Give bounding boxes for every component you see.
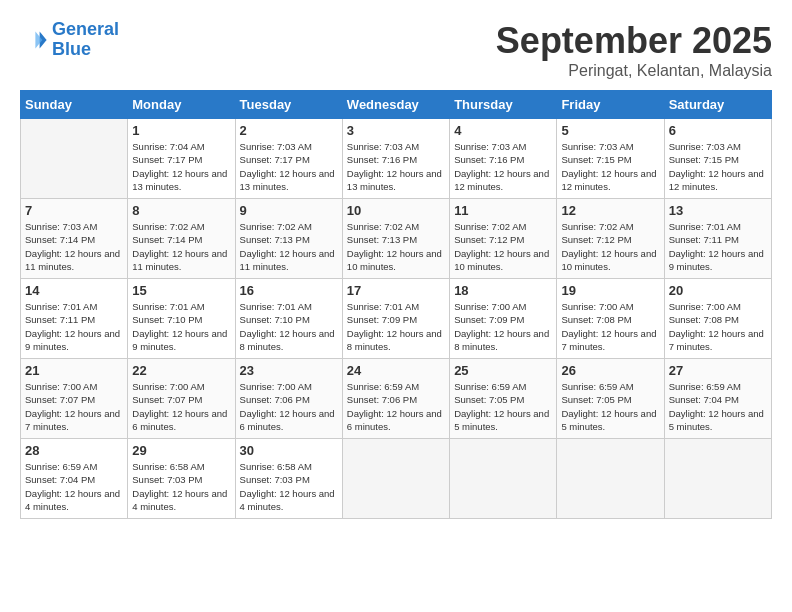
day-info: Sunrise: 6:59 AMSunset: 7:05 PMDaylight:… (454, 380, 552, 433)
calendar-cell: 3Sunrise: 7:03 AMSunset: 7:16 PMDaylight… (342, 119, 449, 199)
calendar-cell: 25Sunrise: 6:59 AMSunset: 7:05 PMDayligh… (450, 359, 557, 439)
day-info: Sunrise: 7:00 AMSunset: 7:08 PMDaylight:… (561, 300, 659, 353)
calendar-cell: 2Sunrise: 7:03 AMSunset: 7:17 PMDaylight… (235, 119, 342, 199)
calendar-cell: 7Sunrise: 7:03 AMSunset: 7:14 PMDaylight… (21, 199, 128, 279)
day-number: 1 (132, 123, 230, 138)
day-info: Sunrise: 7:02 AMSunset: 7:14 PMDaylight:… (132, 220, 230, 273)
day-number: 19 (561, 283, 659, 298)
day-number: 18 (454, 283, 552, 298)
calendar-week-3: 14Sunrise: 7:01 AMSunset: 7:11 PMDayligh… (21, 279, 772, 359)
day-number: 16 (240, 283, 338, 298)
calendar-cell: 16Sunrise: 7:01 AMSunset: 7:10 PMDayligh… (235, 279, 342, 359)
calendar-cell: 6Sunrise: 7:03 AMSunset: 7:15 PMDaylight… (664, 119, 771, 199)
day-info: Sunrise: 7:01 AMSunset: 7:09 PMDaylight:… (347, 300, 445, 353)
day-info: Sunrise: 7:00 AMSunset: 7:08 PMDaylight:… (669, 300, 767, 353)
day-number: 5 (561, 123, 659, 138)
day-info: Sunrise: 6:58 AMSunset: 7:03 PMDaylight:… (240, 460, 338, 513)
day-info: Sunrise: 7:03 AMSunset: 7:16 PMDaylight:… (347, 140, 445, 193)
day-info: Sunrise: 7:01 AMSunset: 7:10 PMDaylight:… (132, 300, 230, 353)
day-number: 14 (25, 283, 123, 298)
calendar-cell: 13Sunrise: 7:01 AMSunset: 7:11 PMDayligh… (664, 199, 771, 279)
logo: General Blue (20, 20, 119, 60)
day-number: 17 (347, 283, 445, 298)
column-header-tuesday: Tuesday (235, 91, 342, 119)
day-number: 3 (347, 123, 445, 138)
day-number: 23 (240, 363, 338, 378)
day-number: 25 (454, 363, 552, 378)
calendar-cell: 26Sunrise: 6:59 AMSunset: 7:05 PMDayligh… (557, 359, 664, 439)
logo-text: General Blue (52, 20, 119, 60)
day-number: 13 (669, 203, 767, 218)
calendar-cell: 17Sunrise: 7:01 AMSunset: 7:09 PMDayligh… (342, 279, 449, 359)
day-info: Sunrise: 7:02 AMSunset: 7:13 PMDaylight:… (240, 220, 338, 273)
calendar-cell: 28Sunrise: 6:59 AMSunset: 7:04 PMDayligh… (21, 439, 128, 519)
day-info: Sunrise: 7:02 AMSunset: 7:12 PMDaylight:… (454, 220, 552, 273)
day-number: 4 (454, 123, 552, 138)
calendar-cell: 30Sunrise: 6:58 AMSunset: 7:03 PMDayligh… (235, 439, 342, 519)
day-number: 8 (132, 203, 230, 218)
calendar-cell (664, 439, 771, 519)
day-info: Sunrise: 7:01 AMSunset: 7:10 PMDaylight:… (240, 300, 338, 353)
calendar-cell: 27Sunrise: 6:59 AMSunset: 7:04 PMDayligh… (664, 359, 771, 439)
logo-icon (20, 26, 48, 54)
day-number: 29 (132, 443, 230, 458)
calendar-cell (342, 439, 449, 519)
day-info: Sunrise: 7:01 AMSunset: 7:11 PMDaylight:… (25, 300, 123, 353)
calendar-cell: 22Sunrise: 7:00 AMSunset: 7:07 PMDayligh… (128, 359, 235, 439)
calendar-cell: 5Sunrise: 7:03 AMSunset: 7:15 PMDaylight… (557, 119, 664, 199)
calendar-header-row: SundayMondayTuesdayWednesdayThursdayFrid… (21, 91, 772, 119)
calendar-cell: 15Sunrise: 7:01 AMSunset: 7:10 PMDayligh… (128, 279, 235, 359)
column-header-friday: Friday (557, 91, 664, 119)
column-header-thursday: Thursday (450, 91, 557, 119)
day-info: Sunrise: 6:59 AMSunset: 7:06 PMDaylight:… (347, 380, 445, 433)
calendar-cell (450, 439, 557, 519)
calendar-cell: 11Sunrise: 7:02 AMSunset: 7:12 PMDayligh… (450, 199, 557, 279)
day-info: Sunrise: 7:04 AMSunset: 7:17 PMDaylight:… (132, 140, 230, 193)
calendar-table: SundayMondayTuesdayWednesdayThursdayFrid… (20, 90, 772, 519)
day-number: 15 (132, 283, 230, 298)
day-info: Sunrise: 7:00 AMSunset: 7:09 PMDaylight:… (454, 300, 552, 353)
day-info: Sunrise: 7:00 AMSunset: 7:07 PMDaylight:… (132, 380, 230, 433)
day-number: 24 (347, 363, 445, 378)
calendar-cell: 1Sunrise: 7:04 AMSunset: 7:17 PMDaylight… (128, 119, 235, 199)
column-header-wednesday: Wednesday (342, 91, 449, 119)
day-number: 12 (561, 203, 659, 218)
calendar-week-4: 21Sunrise: 7:00 AMSunset: 7:07 PMDayligh… (21, 359, 772, 439)
day-number: 6 (669, 123, 767, 138)
calendar-week-2: 7Sunrise: 7:03 AMSunset: 7:14 PMDaylight… (21, 199, 772, 279)
day-number: 21 (25, 363, 123, 378)
day-info: Sunrise: 7:01 AMSunset: 7:11 PMDaylight:… (669, 220, 767, 273)
calendar-cell: 24Sunrise: 6:59 AMSunset: 7:06 PMDayligh… (342, 359, 449, 439)
day-number: 2 (240, 123, 338, 138)
calendar-week-1: 1Sunrise: 7:04 AMSunset: 7:17 PMDaylight… (21, 119, 772, 199)
calendar-cell: 20Sunrise: 7:00 AMSunset: 7:08 PMDayligh… (664, 279, 771, 359)
calendar-cell: 12Sunrise: 7:02 AMSunset: 7:12 PMDayligh… (557, 199, 664, 279)
calendar-week-5: 28Sunrise: 6:59 AMSunset: 7:04 PMDayligh… (21, 439, 772, 519)
day-number: 30 (240, 443, 338, 458)
day-number: 9 (240, 203, 338, 218)
column-header-sunday: Sunday (21, 91, 128, 119)
day-number: 11 (454, 203, 552, 218)
day-info: Sunrise: 7:02 AMSunset: 7:13 PMDaylight:… (347, 220, 445, 273)
calendar-cell: 4Sunrise: 7:03 AMSunset: 7:16 PMDaylight… (450, 119, 557, 199)
day-info: Sunrise: 7:00 AMSunset: 7:06 PMDaylight:… (240, 380, 338, 433)
month-title: September 2025 (496, 20, 772, 62)
calendar-cell: 9Sunrise: 7:02 AMSunset: 7:13 PMDaylight… (235, 199, 342, 279)
calendar-cell: 14Sunrise: 7:01 AMSunset: 7:11 PMDayligh… (21, 279, 128, 359)
location-title: Peringat, Kelantan, Malaysia (496, 62, 772, 80)
day-info: Sunrise: 7:03 AMSunset: 7:14 PMDaylight:… (25, 220, 123, 273)
calendar-cell: 18Sunrise: 7:00 AMSunset: 7:09 PMDayligh… (450, 279, 557, 359)
day-info: Sunrise: 6:58 AMSunset: 7:03 PMDaylight:… (132, 460, 230, 513)
day-number: 26 (561, 363, 659, 378)
day-info: Sunrise: 7:00 AMSunset: 7:07 PMDaylight:… (25, 380, 123, 433)
day-info: Sunrise: 7:03 AMSunset: 7:17 PMDaylight:… (240, 140, 338, 193)
day-number: 20 (669, 283, 767, 298)
day-info: Sunrise: 6:59 AMSunset: 7:04 PMDaylight:… (669, 380, 767, 433)
calendar-cell: 10Sunrise: 7:02 AMSunset: 7:13 PMDayligh… (342, 199, 449, 279)
calendar-cell: 23Sunrise: 7:00 AMSunset: 7:06 PMDayligh… (235, 359, 342, 439)
column-header-saturday: Saturday (664, 91, 771, 119)
day-number: 10 (347, 203, 445, 218)
day-number: 28 (25, 443, 123, 458)
day-info: Sunrise: 7:02 AMSunset: 7:12 PMDaylight:… (561, 220, 659, 273)
day-info: Sunrise: 7:03 AMSunset: 7:16 PMDaylight:… (454, 140, 552, 193)
